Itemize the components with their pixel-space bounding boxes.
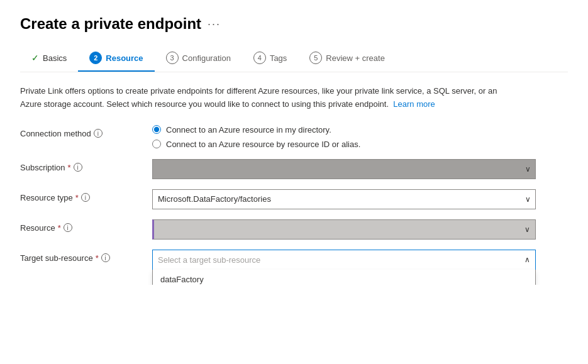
tab-tags[interactable]: 4 Tags — [242, 45, 298, 72]
tab-resource-number: 2 — [89, 52, 102, 64]
tab-resource-label: Resource — [106, 53, 143, 63]
connection-method-options: Connect to an Azure resource in my direc… — [152, 125, 536, 149]
tab-tags-number: 4 — [253, 52, 266, 64]
target-sub-resource-placeholder: Select a target sub-resource — [158, 255, 260, 265]
resource-form: Connection method i Connect to an Azure … — [20, 125, 536, 270]
resource-type-control: Microsoft.DataFactory/factories ∨ — [152, 189, 536, 209]
subscription-row: Subscription * i ∨ — [20, 159, 536, 179]
radio-directory[interactable]: Connect to an Azure resource in my direc… — [152, 125, 536, 135]
page-title: Create a private endpoint — [20, 15, 201, 33]
subscription-info-icon[interactable]: i — [74, 163, 82, 172]
resource-value — [159, 224, 227, 234]
option-dataFactory[interactable]: dataFactory — [153, 270, 535, 285]
tab-tags-label: Tags — [270, 53, 287, 63]
tab-review-number: 5 — [309, 52, 322, 64]
resource-type-required: * — [75, 193, 79, 202]
more-options-icon[interactable]: ··· — [208, 18, 221, 31]
subscription-select[interactable] — [152, 159, 536, 179]
connection-method-info-icon[interactable]: i — [94, 129, 103, 138]
resource-info-icon[interactable]: i — [64, 223, 72, 232]
tab-configuration-number: 3 — [166, 52, 179, 64]
wizard-tabs: ✓ Basics 2 Resource 3 Configuration 4 Ta… — [20, 45, 568, 72]
subscription-control: ∨ — [152, 159, 536, 179]
resource-type-info-icon[interactable]: i — [81, 193, 90, 202]
resource-type-label: Resource type * i — [20, 189, 152, 202]
resource-type-select[interactable]: Microsoft.DataFactory/factories — [152, 189, 536, 209]
resource-row: Resource * i ∨ — [20, 219, 536, 240]
radio-resource-id[interactable]: Connect to an Azure resource by resource… — [152, 140, 536, 149]
target-sub-resource-trigger[interactable]: Select a target sub-resource ∧ — [152, 250, 536, 270]
resource-required: * — [58, 223, 61, 233]
target-sub-resource-row: Target sub-resource * i Select a target … — [20, 250, 536, 270]
tab-review[interactable]: 5 Review + create — [298, 45, 396, 72]
target-sub-resource-label: Target sub-resource * i — [20, 250, 152, 263]
tab-basics-label: Basics — [43, 53, 67, 63]
target-sub-resource-control: Select a target sub-resource ∧ dataFacto… — [152, 250, 536, 270]
target-sub-resource-menu: dataFactory portal — [152, 270, 536, 285]
resource-label: Resource * i — [20, 219, 152, 233]
check-icon: ✓ — [31, 53, 39, 63]
resource-dropdown-wrapper: ∨ — [152, 219, 536, 240]
target-sub-resource-container: Select a target sub-resource ∧ dataFacto… — [152, 250, 536, 270]
tab-review-label: Review + create — [326, 53, 385, 63]
tab-basics[interactable]: ✓ Basics — [20, 47, 78, 70]
resource-type-dropdown[interactable]: Microsoft.DataFactory/factories ∨ — [152, 189, 536, 209]
resource-type-row: Resource type * i Microsoft.DataFactory/… — [20, 189, 536, 209]
description-text: Private Link offers options to create pr… — [20, 85, 511, 111]
chevron-up-icon: ∧ — [524, 255, 530, 264]
subscription-required: * — [68, 163, 71, 172]
page-title-area: Create a private endpoint ··· — [20, 15, 568, 33]
resource-control: ∨ — [152, 219, 536, 240]
subscription-dropdown[interactable]: ∨ — [152, 159, 536, 179]
resource-chevron-icon: ∨ — [524, 225, 530, 234]
subscription-label: Subscription * i — [20, 159, 152, 172]
learn-more-link[interactable]: Learn more — [393, 99, 435, 109]
tab-configuration-label: Configuration — [182, 53, 231, 63]
target-sub-resource-required: * — [96, 253, 99, 263]
tab-resource[interactable]: 2 Resource — [78, 45, 154, 72]
connection-method-label: Connection method i — [20, 125, 152, 138]
tab-configuration[interactable]: 3 Configuration — [155, 45, 242, 72]
connection-method-row: Connection method i Connect to an Azure … — [20, 125, 536, 149]
resource-dropdown[interactable]: ∨ — [152, 219, 536, 240]
target-sub-resource-info-icon[interactable]: i — [101, 253, 110, 262]
